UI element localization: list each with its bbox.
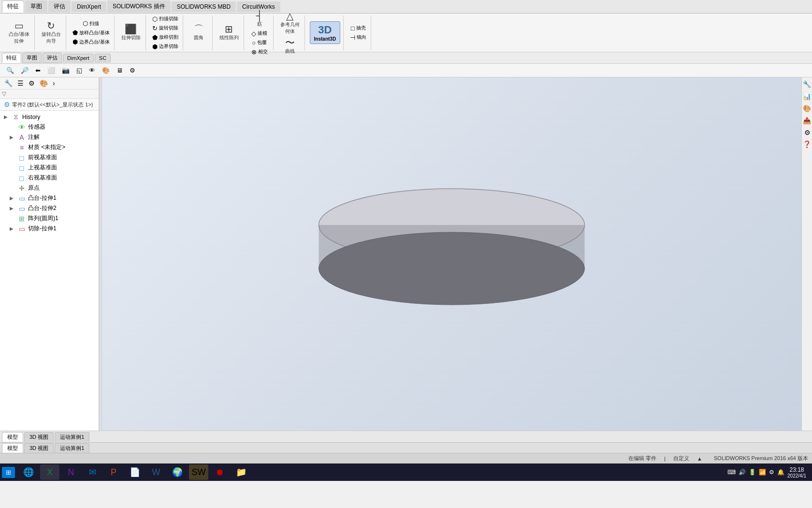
bottom-tab-motion1[interactable]: 运动算例1 <box>55 432 89 442</box>
keyboard-icon: ⌨ <box>727 469 736 476</box>
tab-sketch[interactable]: 草图 <box>25 0 47 13</box>
display-tab-btn[interactable]: 🎨 <box>38 79 49 88</box>
tab-features[interactable]: 特征 <box>2 0 24 13</box>
feature-tab-btn[interactable]: 🔧 <box>3 79 14 88</box>
tab-sw-mbd[interactable]: SOLIDWORKS MBD <box>172 1 236 12</box>
display-style-btn[interactable]: ◱ <box>74 66 85 75</box>
instant3d-btn[interactable]: 3D Instant3D <box>310 21 341 44</box>
taskbar-start-btn[interactable]: ⊞ <box>2 467 15 478</box>
revolve-boss-btn[interactable]: ↻ 旋转凸台向导 <box>40 20 63 45</box>
expand-btn[interactable]: › <box>51 79 57 88</box>
tree-item-cut-extrude1[interactable]: ▶ ▭ 切除-拉伸1 <box>0 224 99 234</box>
taskbar-item-ie[interactable]: 🌐 <box>19 464 38 480</box>
edit-appearance-btn[interactable]: 🎨 <box>100 66 112 75</box>
mirror-btn[interactable]: ⊣ 镜向 <box>348 33 368 42</box>
property-tab-btn[interactable]: ☰ <box>16 79 25 88</box>
taskbar-item-powerpoint[interactable]: P <box>104 464 123 480</box>
view-orient-btn[interactable]: 📷 <box>59 66 72 75</box>
tree-item-origin[interactable]: ✛ 原点 <box>0 183 99 193</box>
bottom-tab2-model[interactable]: 模型 <box>2 443 23 453</box>
right-btn-3[interactable]: 🎨 <box>802 104 812 114</box>
bottom-tab-3dview[interactable]: 3D 视图 <box>24 432 54 442</box>
boss2-label: 凸台-拉伸2 <box>28 204 95 212</box>
sec-tab-dimxpert[interactable]: DimXpert <box>63 54 94 62</box>
right-btn-2[interactable]: 📊 <box>802 91 812 102</box>
taskbar-item-record[interactable]: ⏺ <box>210 464 230 480</box>
tree-item-right-plane[interactable]: ◻ 右视基准面 <box>0 173 99 183</box>
curves-btn[interactable]: 〜 曲线 <box>279 37 301 56</box>
taskbar-item-onenote[interactable]: N <box>61 464 81 480</box>
tree-item-sensor[interactable]: 👁 传感器 <box>0 122 99 132</box>
tree-item-history[interactable]: ▶ ⧖ History <box>0 112 99 122</box>
tab-dimxpert[interactable]: DimXpert <box>72 1 106 12</box>
right-btn-5[interactable]: ⚙ <box>802 128 812 137</box>
bottom-tab-model[interactable]: 模型 <box>2 432 23 442</box>
taskbar-item-word[interactable]: W <box>146 464 166 480</box>
right-btn-6[interactable]: ❓ <box>802 139 812 149</box>
expand-settings-btn[interactable]: ▲ <box>697 456 702 462</box>
top-plane-icon: ◻ <box>17 164 26 172</box>
shell-btn[interactable]: □ 抽壳 <box>349 24 367 32</box>
reference-geometry-label: 参考几何何体 <box>280 21 300 35</box>
zoom-to-fit-btn[interactable]: 🔍 <box>4 66 16 75</box>
bottom-tab2-3dview[interactable]: 3D 视图 <box>24 443 54 453</box>
sec-tab-evaluate[interactable]: 评估 <box>43 53 62 63</box>
tree-item-front-plane[interactable]: ◻ 前视基准面 <box>0 152 99 163</box>
tree-item-material[interactable]: ≡ 材质 <未指定> <box>0 142 99 152</box>
fillet-btn[interactable]: ⌒ 圆角 <box>188 23 209 42</box>
hide-show-btn[interactable]: 👁 <box>87 66 98 75</box>
zoom-btn[interactable]: 🔎 <box>18 66 31 75</box>
bottom-tab2-motion1[interactable]: 运动算例1 <box>55 443 89 453</box>
taskbar-item-browser[interactable]: 🌍 <box>168 464 187 480</box>
taskbar-item-explorer[interactable]: 📁 <box>232 464 251 480</box>
wrap-btn[interactable]: ○ 包覆 <box>250 39 268 47</box>
rib-btn[interactable]: ┤ 筋 <box>249 10 270 29</box>
config-tab-btn[interactable]: ⚙ <box>27 79 36 88</box>
pattern-group: ⊞ 线性陈列 <box>215 15 244 50</box>
sec-tab-sc[interactable]: SC <box>95 54 111 62</box>
taskbar-item-outlook[interactable]: ✉ <box>83 464 102 480</box>
draft-btn[interactable]: ◇ 拔模 <box>250 30 269 38</box>
loft-cut-btn[interactable]: ⬟ 放样切割 <box>151 33 180 42</box>
instant3d-group: 3D Instant3D <box>307 15 344 50</box>
taskbar-right: ⌨ 🔊 🔋 📶 ⚙ 🔔 23:182022/4/1 <box>724 466 810 478</box>
right-btn-1[interactable]: 🔧 <box>802 79 812 90</box>
boundary-cut-btn[interactable]: ⬢ 边界切除 <box>151 43 180 51</box>
viewport[interactable]: /* handled below */ <box>102 77 801 431</box>
reference-geometry-btn[interactable]: △ 参考几何何体 <box>278 10 302 36</box>
intersect-btn[interactable]: ⊗ 相交 <box>250 48 269 56</box>
scene-btn[interactable]: 🖥 <box>114 66 125 75</box>
sweep-btn[interactable]: ⬡ 扫描 <box>81 19 101 28</box>
material-label: 材质 <未指定> <box>28 143 95 151</box>
right-btn-4[interactable]: 📤 <box>802 116 812 126</box>
sweep-cut-btn[interactable]: ⬡ 扫描切除 <box>151 15 180 23</box>
sec-tab-features[interactable]: 特征 <box>2 53 21 63</box>
feature-tree: ▶ ⧖ History 👁 传感器 ▶ A 注解 ≡ 材质 <未指定> <box>0 111 99 431</box>
extrude-boss-icon: ▭ <box>14 21 24 30</box>
tree-item-annotation[interactable]: ▶ A 注解 <box>0 132 99 142</box>
taskbar-item-pdf[interactable]: 📄 <box>125 464 145 480</box>
extrude-boss-btn[interactable]: ▭ 凸台/基体拉伸 <box>7 20 31 45</box>
previous-view-btn[interactable]: ⬅ <box>33 66 43 75</box>
sweep-icon: ⬡ <box>83 20 88 27</box>
curves-icon: 〜 <box>285 38 295 47</box>
taskbar-item-excel[interactable]: X <box>40 464 59 480</box>
sec-tab-sketch[interactable]: 草图 <box>22 53 42 63</box>
tab-sw-plugin[interactable]: SOLIDWORKS 插件 <box>107 0 171 13</box>
loft-btn[interactable]: ⬟ 放样凸台/基体 <box>71 29 111 37</box>
loft-label: 放样凸台/基体 <box>79 30 110 36</box>
tree-item-boss-extrude1[interactable]: ▶ ▭ 凸台-拉伸1 <box>0 193 99 203</box>
intersect-icon: ⊗ <box>251 48 257 56</box>
section-view-btn[interactable]: ⬜ <box>45 66 58 75</box>
cut-group: ⬛ 拉伸切除 <box>116 15 146 50</box>
tree-item-top-plane[interactable]: ◻ 上视基准面 <box>0 163 99 173</box>
taskbar-item-solidworks[interactable]: SW <box>189 464 208 480</box>
view-settings-btn[interactable]: ⚙ <box>127 66 138 75</box>
linear-pattern-btn[interactable]: ⊞ 线性陈列 <box>218 23 241 42</box>
boundary-btn[interactable]: ⬢ 边界凸台/基体 <box>71 38 111 46</box>
tree-item-boss-extrude2[interactable]: ▶ ▭ 凸台-拉伸2 <box>0 203 99 213</box>
tree-item-circular-pattern[interactable]: ⊞ 阵列(圆周)1 <box>0 213 99 224</box>
tab-evaluate[interactable]: 评估 <box>48 0 71 13</box>
extrude-cut-btn[interactable]: ⬛ 拉伸切除 <box>119 23 143 42</box>
revolve-cut-btn[interactable]: ↻ 旋转切除 <box>151 24 180 32</box>
